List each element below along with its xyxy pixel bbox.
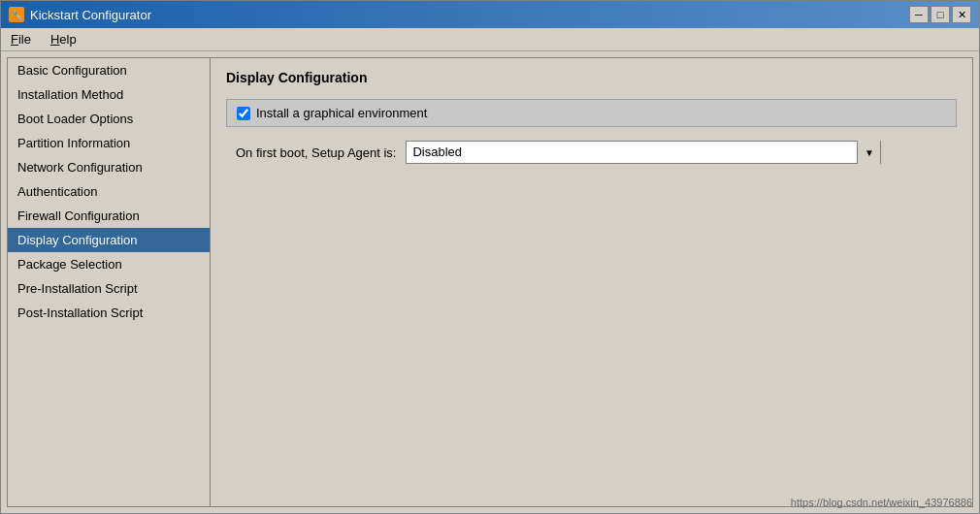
sidebar-item-post-installation-script[interactable]: Post-Installation Script [8,301,210,325]
main-panel: Display Configuration Install a graphica… [211,57,973,507]
title-bar: 🔧 Kickstart Configurator ─ □ ✕ [1,1,979,28]
sidebar-item-firewall-configuration[interactable]: Firewall Configuration [8,204,210,228]
setup-agent-value: Disabled [407,141,857,164]
title-bar-controls: ─ □ ✕ [909,6,971,23]
maximize-button[interactable]: □ [931,6,950,23]
sidebar-item-package-selection[interactable]: Package Selection [8,252,210,276]
menu-file[interactable]: File [5,30,37,48]
setup-agent-select[interactable]: Disabled ▼ [406,141,881,164]
setup-agent-row: On first boot, Setup Agent is: Disabled … [226,137,957,168]
sidebar: Basic Configuration Installation Method … [7,57,211,507]
menu-bar: File Help [1,28,979,51]
sidebar-item-basic-configuration[interactable]: Basic Configuration [8,58,210,82]
title-bar-left: 🔧 Kickstart Configurator [9,7,151,22]
graphical-env-label[interactable]: Install a graphical environment [256,106,427,120]
dropdown-arrow-icon[interactable]: ▼ [857,141,880,164]
sidebar-item-network-configuration[interactable]: Network Configuration [8,155,210,179]
app-icon: 🔧 [9,7,24,22]
sidebar-item-display-configuration[interactable]: Display Configuration [8,228,210,252]
watermark: https://blog.csdn.net/weixin_43976886 [791,497,972,508]
main-window: 🔧 Kickstart Configurator ─ □ ✕ File Help… [0,0,980,514]
close-button[interactable]: ✕ [952,6,971,23]
content-area: Basic Configuration Installation Method … [1,51,979,513]
sidebar-item-pre-installation-script[interactable]: Pre-Installation Script [8,276,210,301]
graphical-env-row: Install a graphical environment [226,99,957,127]
minimize-button[interactable]: ─ [909,6,929,23]
sidebar-item-authentication[interactable]: Authentication [8,179,210,204]
sidebar-item-installation-method[interactable]: Installation Method [8,82,210,107]
sidebar-item-partition-information[interactable]: Partition Information [8,131,210,155]
sidebar-item-boot-loader-options[interactable]: Boot Loader Options [8,107,210,131]
panel-title: Display Configuration [226,70,957,85]
graphical-env-checkbox[interactable] [237,107,250,120]
window-title: Kickstart Configurator [30,8,151,22]
menu-help[interactable]: Help [45,30,82,48]
setup-agent-label: On first boot, Setup Agent is: [236,145,396,160]
